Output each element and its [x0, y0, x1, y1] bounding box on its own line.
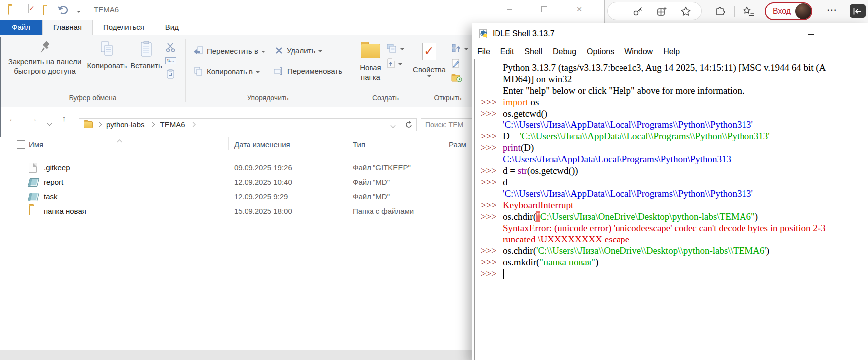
history-button[interactable]: [451, 73, 462, 82]
column-header-name[interactable]: Имя: [29, 140, 43, 149]
edit-icon: [451, 58, 460, 68]
idle-menubar: FileEditShellDebugOptionsWindowHelp: [472, 44, 868, 59]
shell-line: 'C:\\Users\\Лиза\\AppData\\Local\\Progra…: [475, 188, 868, 199]
menu-Help[interactable]: Help: [663, 47, 680, 56]
breadcrumb-segment-2[interactable]: TEMA6: [160, 120, 185, 129]
new-folder-button[interactable]: Новая папка: [352, 44, 389, 82]
menu-File[interactable]: File: [477, 47, 490, 56]
cut-icon[interactable]: [165, 42, 176, 53]
shell-line: 'C:\\Users\\Лиза\\AppData\\Local\\Progra…: [475, 119, 868, 130]
tab-Файл[interactable]: Файл: [0, 20, 42, 35]
breadcrumb-segment-1[interactable]: python-labs: [106, 120, 145, 129]
shell-line: >>>import os: [475, 96, 868, 108]
menu-Options[interactable]: Options: [587, 47, 614, 56]
shell-code: D = 'C:\\Users\\Лиза\\AppData\\Local\\Pr…: [498, 130, 770, 142]
window-title: TEMA6: [94, 5, 119, 14]
prompt: [475, 119, 498, 130]
delete-icon: [275, 46, 283, 55]
copy-path-icon[interactable]: \\…: [165, 57, 176, 64]
idle-shell-text[interactable]: Python 3.13.7 (tags/v3.13.7:bcee1c3, Aug…: [474, 59, 868, 360]
shell-code: 'C:\\Users\\Лиза\\AppData\\Local\\Progra…: [498, 119, 753, 130]
signin-button[interactable]: Вход: [765, 2, 812, 20]
extensions-icon[interactable]: [714, 6, 725, 17]
menu-Debug[interactable]: Debug: [553, 47, 576, 56]
easy-access-button[interactable]: [386, 58, 402, 68]
idle-window-title: IDLE Shell 3.13.7: [493, 29, 555, 38]
column-header-type[interactable]: Тип: [353, 140, 365, 149]
browser-addressbar-end[interactable]: [607, 2, 702, 20]
recent-locations-dropdown[interactable]: [48, 119, 51, 127]
refresh-button[interactable]: [401, 118, 417, 131]
key-icon[interactable]: [632, 6, 643, 17]
new-item-icon: [386, 43, 397, 53]
file-type: Файл "GITKEEP": [353, 163, 411, 172]
collections-add-icon[interactable]: [656, 6, 667, 17]
shell-line: MD64)] on win32: [475, 73, 868, 85]
pin-quick-access-button[interactable]: Закрепить на панели быстрого доступа: [7, 41, 83, 76]
shell-code: runcated \UXXXXXXXX escape: [498, 234, 629, 245]
delete-button[interactable]: Удалить: [275, 46, 322, 55]
up-button[interactable]: ↑: [62, 114, 66, 124]
shell-line: >>>os.chdir("C:\Users\Лиза\OneDrive\Desk…: [475, 211, 868, 222]
tab-Поделиться[interactable]: Поделиться: [93, 20, 155, 35]
breadcrumb-chevron[interactable]: [97, 122, 102, 127]
menu-Edit[interactable]: Edit: [500, 47, 514, 56]
rename-button[interactable]: Переименовать: [274, 67, 342, 75]
forward-button[interactable]: →: [29, 114, 38, 124]
more-options-icon[interactable]: ⋯: [827, 4, 838, 16]
new-folder-icon: [361, 44, 380, 58]
breadcrumb-chevron[interactable]: [190, 122, 195, 127]
favorites-bar-icon[interactable]: [743, 6, 754, 17]
paste-button[interactable]: Вставить: [129, 41, 163, 70]
tab-Вид[interactable]: Вид: [155, 20, 189, 35]
back-button[interactable]: ←: [8, 114, 17, 124]
idle-minimize-button[interactable]: [808, 34, 814, 35]
idle-titlebar[interactable]: IDLE Shell 3.13.7: [472, 23, 868, 44]
menu-Shell[interactable]: Shell: [524, 47, 542, 56]
clipboard-small-buttons: \\…: [165, 42, 176, 79]
properties-icon: ✓: [422, 43, 436, 60]
copy-to-button[interactable]: Копировать в: [193, 67, 260, 76]
address-dropdown[interactable]: [391, 120, 395, 129]
idle-maximize-button[interactable]: [844, 30, 851, 37]
prompt: >>>: [475, 142, 498, 153]
address-bar[interactable]: python-labs TEMA6: [79, 118, 401, 131]
shell-line: >>>os.getcwd(): [475, 108, 868, 119]
qa-undo-icon[interactable]: [57, 4, 70, 14]
explorer-close-button[interactable]: ×: [568, 0, 591, 19]
menu-Window[interactable]: Window: [624, 47, 653, 56]
column-separator: [269, 42, 269, 87]
prompt: >>>: [475, 96, 498, 108]
new-item-button[interactable]: [386, 43, 404, 53]
prompt: >>>: [475, 108, 498, 119]
paste-shortcut-icon[interactable]: [166, 69, 175, 79]
copy-button[interactable]: Копировать: [84, 41, 130, 70]
copy-icon: [99, 41, 115, 58]
tab-Главная[interactable]: Главная: [42, 20, 93, 35]
explorer-minimize-button[interactable]: [498, 0, 521, 19]
group-label-clipboard: Буфер обмена: [0, 94, 185, 102]
qa-customize-icon[interactable]: [77, 8, 81, 17]
file-date: 12.09.2025 10:40: [234, 178, 292, 186]
move-to-button[interactable]: Переместить в: [193, 46, 265, 55]
explorer-maximize-button[interactable]: [533, 0, 556, 19]
prompt: >>>: [475, 176, 498, 188]
shell-line: >>>d = str(os.getcwd()): [475, 165, 868, 176]
avatar[interactable]: [795, 3, 811, 19]
easy-access-icon: [386, 58, 395, 68]
qa-properties-icon[interactable]: ✓: [28, 4, 29, 13]
qa-new-folder-icon[interactable]: [43, 6, 44, 15]
sidebar-toggle-icon[interactable]: [850, 4, 866, 18]
favorite-star-icon[interactable]: [680, 6, 691, 17]
column-header-size[interactable]: Разм: [449, 140, 466, 149]
open-button[interactable]: [451, 43, 468, 53]
select-all-checkbox[interactable]: [17, 140, 25, 149]
breadcrumb-chevron[interactable]: [150, 122, 155, 127]
prompt: [475, 234, 498, 245]
pin-label-2: быстрого доступа: [14, 67, 76, 75]
properties-button[interactable]: ✓ Свойства: [408, 43, 450, 79]
edit-button[interactable]: [451, 58, 460, 68]
header-separator: [228, 137, 229, 150]
shell-line: C:\Users\Лиза\AppData\Local\Programs\Pyt…: [475, 153, 868, 165]
column-header-date[interactable]: Дата изменения: [234, 140, 290, 149]
